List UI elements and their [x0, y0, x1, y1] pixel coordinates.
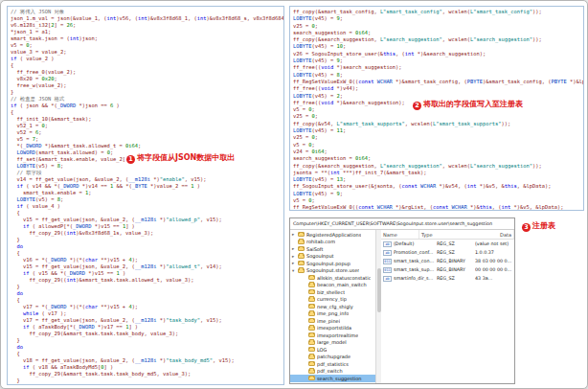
code-line: ff_RegSetValueExW_0((const WCHAR *)&rgLi…: [293, 204, 580, 211]
code-line: ff_copy_29((int)&smart_task.task.allowed…: [11, 277, 281, 284]
code-line: if ( json && *(_DWORD *)json == 6 ): [11, 103, 281, 109]
value-type: REG_BINARY: [437, 259, 475, 263]
registry-column-headers: Name Type Data: [381, 230, 514, 240]
code-line: }: [11, 337, 281, 344]
registry-tree-item[interactable]: LOG: [290, 346, 375, 354]
column-header[interactable]: Data: [498, 230, 514, 239]
registry-tree-item[interactable]: RegisteredApplications: [290, 231, 375, 239]
folder-icon: [298, 268, 305, 273]
registry-tree: RegisteredApplications rohitab.com SaiSo…: [290, 230, 376, 383]
registry-tree-item[interactable]: search_suggestion: [290, 375, 375, 382]
value-name: (Default): [394, 241, 437, 246]
registry-address-bar[interactable]: Computer\HKEY_CURRENT_USER\SOFTWARE\Sogo…: [290, 218, 514, 230]
column-header[interactable]: Type: [419, 230, 498, 239]
folder-icon: [308, 311, 315, 316]
annotation-step3: 3注册表: [520, 220, 557, 232]
code-line: v5 = 0;: [293, 197, 580, 204]
folder-icon: [308, 297, 315, 302]
registry-value-row[interactable]: Promotion_conf... REG_SZ 1.0.0.37: [381, 248, 514, 257]
registry-tree-item[interactable]: SogouInput: [290, 253, 375, 261]
tree-scrollbar[interactable]: [376, 230, 381, 383]
code-line: *(_DWORD *)&smart_task.allowed_t = 0i64;: [11, 143, 281, 149]
code-line: v5 = 7;: [11, 136, 281, 143]
registry-tree-item[interactable]: rohitab.com: [290, 239, 375, 246]
registry-key-label: SogouInput.store.user: [306, 267, 359, 273]
registry-tree-item[interactable]: currency_tip: [290, 296, 375, 304]
code-line: v52 = 6;: [11, 129, 281, 136]
code-line: if ( value_4 ): [11, 203, 281, 210]
value-type: REG_SZ: [437, 241, 475, 246]
registry-key-label: beacon_main_switch: [317, 282, 367, 287]
code-line: if ( aTaskBody[*(_DWORD *)v17 == 1] ): [11, 324, 281, 331]
code-line: {: [11, 62, 281, 69]
registry-tree-item[interactable]: imexportrealtime: [290, 332, 375, 339]
value-type-icon: [383, 259, 392, 264]
registry-tree-item[interactable]: beacon_main_switch: [290, 282, 375, 289]
registry-body: RegisteredApplications rohitab.com SaiSo…: [290, 230, 514, 383]
registry-key-label: SaiSoft: [306, 246, 324, 252]
registry-value-row[interactable]: smart_task_supports REG_BINARY 00 00 00 …: [381, 265, 514, 274]
folder-icon: [308, 332, 315, 337]
code-line: {: [11, 210, 281, 217]
code-line: jsonta = **(int ***)ff_init_7(&smart_tas…: [293, 170, 580, 176]
code-line: v5 = 0;: [11, 42, 281, 49]
registry-editor-window: Computer\HKEY_CURRENT_USER\SOFTWARE\Sogo…: [289, 217, 515, 384]
registry-tree-item[interactable]: new_cfg_shigly: [290, 303, 375, 310]
value-data: 43 3a...: [475, 276, 514, 281]
value-type: REG_SZ: [437, 276, 475, 281]
code-line: do: [11, 344, 281, 351]
code-line: ff_free_0(value_2);: [11, 69, 281, 76]
value-data: 38 03 00 00 0f ff 3f 3c 00 02 00 02 00 0…: [475, 259, 514, 263]
scrollbar-thumb[interactable]: [377, 268, 381, 312]
code-line: LOBYTE(v45) = 9;: [293, 15, 580, 22]
value-name: smart_task_supports: [394, 267, 437, 272]
registry-key-label: imexportrealtime: [317, 332, 358, 338]
code-line: v25 = 0;: [293, 23, 580, 30]
code-line: ff_RegSetValueExW_0((const WCHAR *)&smar…: [293, 79, 580, 85]
code-line: LOBYTE(v45) = 9;: [293, 191, 580, 197]
registry-tree-item[interactable]: pdf_switch: [290, 368, 375, 376]
registry-tree-item[interactable]: imexportstilda: [290, 325, 375, 332]
registry-tree-item[interactable]: biz_shellect: [290, 288, 375, 296]
code-line: if ( v18 && aTaskBodyMd5[0] ): [11, 364, 281, 371]
code-listing: // 将传入 JSON 对象 json_1.m_val = json(&valu…: [11, 9, 281, 384]
registry-value-list: Name Type Data (Default) REG_SZ (value n…: [381, 230, 514, 383]
code-line: // 检查是 JSON 格式: [11, 96, 281, 103]
registry-tree-item[interactable]: ime_pinei: [290, 317, 375, 325]
code-line: {: [11, 250, 281, 257]
registry-tree-item[interactable]: ime_png_info: [290, 310, 375, 318]
folder-icon: [308, 289, 315, 294]
registry-tree-item[interactable]: large_model: [290, 339, 375, 347]
code-line: v18 = ff_get_value(json, &value_2, (__m1…: [11, 357, 281, 364]
registry-tree-item[interactable]: SogouInput.store.user: [290, 267, 375, 275]
registry-key-label: rohitab.com: [306, 239, 335, 244]
code-line: v17 = ff_get_value(json, &value_2, (__m1…: [11, 317, 281, 324]
registry-tree-item[interactable]: SogouInput.popup: [290, 260, 375, 267]
code-line: LOBYTE(v45) = 8;: [293, 72, 580, 79]
code-line: ff_copy(&smart_task_config, L"smart_task…: [293, 9, 580, 15]
code-line: // 取字段: [11, 170, 281, 176]
circled-1-badge: 1: [126, 155, 135, 164]
registry-value-row[interactable]: smart_task_config REG_BINARY 38 03 00 00…: [381, 257, 514, 265]
registry-tree-item[interactable]: SaiSoft: [290, 245, 375, 253]
code-line: ff_copy(&search_suggestion, L"search_sug…: [293, 36, 580, 43]
code-line: v25 = 0;: [293, 134, 580, 141]
registry-key-label: pdf_switch: [317, 368, 343, 374]
code-line: if ( v14 && *(_DWORD *)v14 == 1 && *(_BY…: [11, 183, 281, 190]
registry-value-row[interactable]: smartinfo_dir_s... REG_SZ 43 3a...: [381, 274, 514, 283]
code-line: v17 = *(_DWORD *)(*(char **)v15 + 4);: [11, 304, 281, 310]
folder-icon: [308, 376, 315, 380]
registry-tree-item[interactable]: pdf_statistics: [290, 360, 375, 368]
folder-icon: [308, 355, 315, 359]
registry-value-row[interactable]: (Default) REG_SZ (value not set): [381, 240, 514, 248]
folder-icon: [298, 261, 305, 265]
code-line: v6.m128i_i32[2] = 26;: [11, 22, 281, 29]
code-line: LOBYTE(v5) = 8;: [11, 163, 281, 170]
code-line: v15 = ff_get_value(json, &value_2, (__m1…: [11, 263, 281, 270]
registry-tree-item[interactable]: allskin_statusconstatic: [290, 274, 375, 282]
folder-icon: [308, 326, 315, 331]
registry-tree-item[interactable]: patchupgrade: [290, 354, 375, 361]
code-line: v15 = ff_get_value(json, &value_2, (__m1…: [11, 217, 281, 223]
column-header[interactable]: Name: [381, 230, 419, 239]
code-line: ff_copy(&v54, L"smart_task_supports", wc…: [293, 121, 580, 127]
